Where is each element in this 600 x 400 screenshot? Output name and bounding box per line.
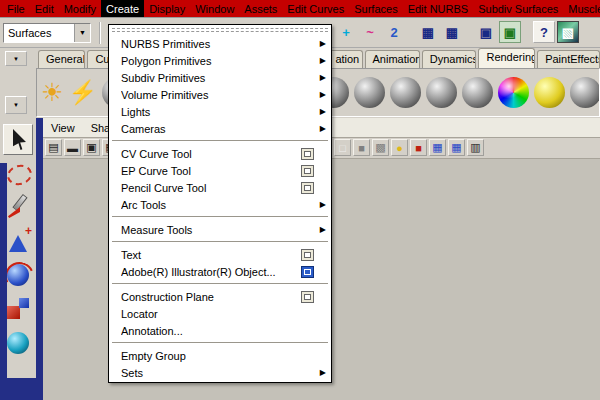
material-sphere[interactable]	[426, 77, 457, 108]
curve-snap-icon[interactable]: ~	[359, 21, 381, 43]
paint-select-tool[interactable]	[3, 192, 33, 223]
shelf-tab-menu-button[interactable]	[5, 51, 27, 66]
create-menu-item[interactable]: Polygon Primitives	[109, 52, 331, 69]
create-menu-item[interactable]: Sets	[109, 364, 331, 381]
menu-edit-nurbs[interactable]: Edit NURBS	[403, 0, 474, 17]
create-menu-item[interactable]	[112, 342, 328, 344]
universal-manipulator-tool[interactable]	[3, 328, 33, 359]
shelf-tab[interactable]: Rendering	[478, 48, 535, 68]
menu-edit[interactable]: Edit	[30, 0, 59, 17]
menu-item-label: Adobe(R) Illustrator(R) Object...	[121, 266, 297, 278]
create-menu-item[interactable]	[112, 241, 328, 243]
menu-surfaces[interactable]: Surfaces	[349, 0, 402, 17]
dropdown-arrow-icon[interactable]	[74, 24, 90, 42]
camera-attributes-icon[interactable]: ▣	[83, 139, 100, 156]
create-menu-item[interactable]: NURBS Primitives	[109, 35, 331, 52]
submenu-arrow-icon	[314, 90, 326, 99]
menu-item-label: Cameras	[121, 123, 297, 135]
create-menu-item[interactable]	[112, 283, 328, 285]
menu-file[interactable]: File	[2, 0, 30, 17]
material-sphere[interactable]	[570, 77, 600, 108]
render-flag-icon[interactable]: ▣	[499, 21, 521, 43]
panel-menu-item[interactable]: View	[51, 122, 75, 134]
menu-muscle[interactable]: Muscle	[563, 0, 600, 17]
tearoff-handle[interactable]	[112, 28, 328, 32]
create-menu-item[interactable]: Text	[109, 246, 331, 263]
option-box[interactable]	[301, 148, 314, 160]
perspective-view-icon[interactable]: ▧	[557, 21, 579, 43]
create-menu-item[interactable]: Lights	[109, 103, 331, 120]
construction-history-icon[interactable]: ▣	[475, 21, 497, 43]
menu-set-selector-value: Surfaces	[4, 24, 74, 42]
menu-subdiv-surfaces[interactable]: Subdiv Surfaces	[473, 0, 563, 17]
create-menu-item[interactable]: Pencil Curve Tool	[109, 179, 331, 196]
use-lights-icon[interactable]: ●	[391, 139, 408, 156]
wireframe-cube-icon[interactable]: □	[334, 139, 351, 156]
create-menu-item[interactable]: CV Curve Tool	[109, 145, 331, 162]
shaded-cube-icon[interactable]: ■	[353, 139, 370, 156]
option-box[interactable]	[301, 266, 314, 278]
create-menu-item[interactable]: Adobe(R) Illustrator(R) Object...	[109, 263, 331, 280]
rotate-tool[interactable]	[3, 260, 33, 291]
menu-set-selector[interactable]: Surfaces	[3, 23, 91, 43]
xray-display-icon[interactable]: ▥	[467, 139, 484, 156]
menu-item-label: EP Curve Tool	[121, 165, 297, 177]
option-box[interactable]	[301, 182, 314, 194]
submenu-arrow-icon	[314, 368, 326, 377]
material-sphere[interactable]	[390, 77, 421, 108]
create-menu-item[interactable]: Measure Tools	[109, 221, 331, 238]
create-menu-item[interactable]: Empty Group	[109, 347, 331, 364]
create-menu-item[interactable]: Arc Tools	[109, 196, 331, 213]
menu-create[interactable]: Create	[101, 0, 144, 17]
move-tool[interactable]	[3, 226, 33, 257]
ambient-light-icon[interactable]	[41, 75, 63, 111]
menu-assets[interactable]: Assets	[239, 0, 282, 17]
shelf-tab[interactable]: PaintEffects	[537, 50, 600, 68]
material-sphere[interactable]	[354, 77, 385, 108]
menu-item-label: Construction Plane	[121, 291, 297, 303]
view-plane-snap-icon[interactable]: ▦	[441, 21, 463, 43]
red-cube-icon[interactable]: ■	[410, 139, 427, 156]
submenu-arrow-icon	[314, 225, 326, 234]
material-sphere[interactable]	[462, 77, 493, 108]
create-menu-item[interactable]	[112, 140, 328, 142]
menu-display[interactable]: Display	[144, 0, 190, 17]
option-box[interactable]	[301, 165, 314, 177]
point-light-icon[interactable]	[68, 75, 97, 111]
textured-cube-icon[interactable]: ▩	[372, 139, 389, 156]
grid-snap-icon[interactable]: ▦	[417, 21, 439, 43]
create-menu-item[interactable]: Locator	[109, 305, 331, 322]
submenu-arrow-icon	[314, 56, 326, 65]
shelf-tab[interactable]: ation	[327, 50, 362, 68]
select-tool[interactable]	[3, 124, 33, 155]
create-menu-item[interactable]	[112, 216, 328, 218]
create-menu-item[interactable]: EP Curve Tool	[109, 162, 331, 179]
create-menu-item[interactable]: Subdiv Primitives	[109, 69, 331, 86]
shelf-tab[interactable]: General	[38, 50, 85, 68]
shelf-tab[interactable]: Animation	[365, 50, 420, 68]
statusline-divider	[99, 22, 105, 44]
option-box[interactable]	[301, 291, 314, 303]
scale-tool[interactable]	[3, 294, 33, 325]
submenu-arrow-icon	[314, 200, 326, 209]
wire-on-shaded-icon[interactable]: ▦	[429, 139, 446, 156]
shelf-menu-button[interactable]	[5, 96, 27, 114]
create-menu-item[interactable]: Cameras	[109, 120, 331, 137]
shelf-tab[interactable]: Dynamics	[422, 50, 477, 68]
yellow-material-sphere[interactable]	[534, 77, 565, 108]
menu-modify[interactable]: Modify	[59, 0, 101, 17]
make-live-icon[interactable]: +	[335, 21, 357, 43]
menu-window[interactable]: Window	[190, 0, 239, 17]
snap-2d-icon[interactable]: 2	[383, 21, 405, 43]
help-icon[interactable]: ?	[533, 21, 555, 43]
create-menu-item[interactable]: Annotation...	[109, 322, 331, 339]
create-menu-item[interactable]: Construction Plane	[109, 288, 331, 305]
isolate-select-icon[interactable]: ▦	[448, 139, 465, 156]
clapperboard-icon[interactable]: ▬	[64, 139, 81, 156]
menu-edit-curves[interactable]: Edit Curves	[282, 0, 349, 17]
create-menu-item[interactable]: Volume Primitives	[109, 86, 331, 103]
rainbow-material-sphere[interactable]	[498, 77, 529, 108]
option-box[interactable]	[301, 249, 314, 261]
select-camera-icon[interactable]: ▤	[45, 139, 62, 156]
lasso-select-tool[interactable]	[3, 158, 33, 189]
